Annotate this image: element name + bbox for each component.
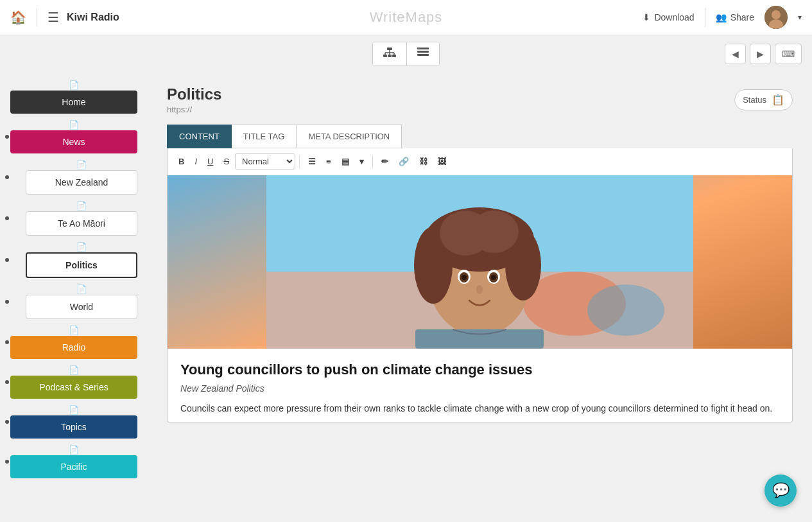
tab-title-tag[interactable]: TITLE TAG: [232, 125, 297, 148]
italic-button[interactable]: I: [190, 154, 202, 169]
align-dropdown-button[interactable]: ▾: [355, 154, 368, 169]
hierarchy-icon: [383, 48, 396, 58]
sidebar-item-world[interactable]: 📄 World: [10, 284, 137, 319]
list-icon: [417, 48, 429, 58]
svg-point-18: [587, 284, 664, 336]
dot-indicator-radio: [5, 340, 9, 344]
page-url: https://: [167, 105, 221, 114]
brand-name: Kiwi Radio: [67, 12, 119, 23]
page-title: Politics: [167, 85, 221, 103]
doc-icon-topics: 📄: [69, 405, 79, 415]
tab-content[interactable]: CONTENT: [167, 125, 232, 148]
svg-rect-4: [383, 55, 387, 57]
sidebar-item-topics[interactable]: 📄 Topics: [10, 405, 137, 439]
dot-indicator-pacific: [5, 460, 9, 464]
chevron-down-icon[interactable]: ▾: [798, 13, 802, 22]
hierarchy-view-button[interactable]: [373, 42, 406, 65]
sidebar-item-politics[interactable]: 📄 Politics: [10, 242, 137, 278]
sidebar-item-home[interactable]: 📄 Home: [10, 80, 137, 114]
history-controls: ◀ ▶ ⌨: [725, 44, 802, 64]
sidebar-label-podcast: Podcast & Series: [10, 376, 137, 399]
article-image-svg: [168, 175, 792, 349]
dot-indicator-world: [5, 300, 9, 304]
svg-rect-5: [388, 55, 392, 57]
dot-indicator-nz: [5, 175, 9, 179]
doc-icon-pol: 📄: [76, 242, 87, 252]
editor-toolbar: B I U S Normal Heading 1 Heading 2 ☰ ≡ ▤…: [168, 148, 792, 175]
sidebar-label-world: World: [26, 295, 137, 319]
image-button[interactable]: 🖼: [433, 154, 451, 169]
home-icon[interactable]: 🏠: [10, 10, 26, 25]
nav-divider-2: [705, 8, 705, 27]
ordered-list-button[interactable]: ≡: [322, 154, 336, 169]
share-button[interactable]: 👥 Share: [716, 12, 754, 22]
sidebar-label-home: Home: [10, 91, 137, 114]
nav-left: 🏠 ☰ Kiwi Radio: [10, 8, 119, 26]
chat-bubble-button[interactable]: 💬: [764, 474, 797, 507]
nav-divider: [37, 8, 37, 26]
sidebar-item-new-zealand[interactable]: 📄 New Zealand: [10, 160, 137, 195]
hamburger-icon[interactable]: ☰: [48, 10, 59, 25]
align-button[interactable]: ▤: [337, 154, 354, 169]
sidebar-item-news[interactable]: 📄 News: [10, 120, 137, 153]
undo-button[interactable]: ◀: [725, 44, 746, 64]
status-label: Status: [743, 95, 766, 105]
underline-button[interactable]: U: [203, 154, 218, 169]
svg-point-1: [772, 10, 781, 19]
unlink-button[interactable]: ⛓: [415, 154, 432, 169]
content-area: Politics https:// Status 📋 CONTENT TITLE…: [148, 73, 812, 522]
main-layout: 📄 Home 📄 News 📄 New Zealand 📄 Te Ao Māor…: [0, 73, 812, 522]
article-body: Councils can expect more pressure from t…: [180, 401, 779, 415]
doc-icon-podcast: 📄: [69, 365, 79, 375]
sidebar-label-nz: New Zealand: [26, 170, 137, 195]
keyboard-button[interactable]: ⌨: [775, 44, 802, 64]
strikethrough-button[interactable]: S: [219, 154, 234, 169]
doc-icon-nz: 📄: [76, 160, 87, 170]
svg-point-32: [476, 285, 483, 294]
dot-indicator: [5, 135, 9, 139]
nav-right: ⬇ Download 👥 Share ▾: [643, 6, 802, 29]
sidebar-item-podcast[interactable]: 📄 Podcast & Series: [10, 365, 137, 399]
sidebar-item-pacific[interactable]: 📄 Pacific: [10, 445, 137, 478]
svg-rect-33: [415, 329, 544, 349]
dot-indicator-pol: [5, 258, 9, 262]
svg-rect-13: [417, 51, 429, 53]
share-icon: 👥: [716, 12, 727, 22]
highlight-button[interactable]: ✏: [377, 154, 393, 169]
svg-rect-6: [392, 55, 396, 57]
article-headline: Young councillors to push on climate cha…: [180, 361, 779, 378]
dot-indicator-podcast: [5, 380, 9, 384]
svg-point-25: [470, 211, 519, 253]
editor-box: B I U S Normal Heading 1 Heading 2 ☰ ≡ ▤…: [167, 148, 793, 422]
sidebar-label-pacific: Pacific: [10, 455, 137, 478]
svg-point-28: [462, 275, 467, 280]
doc-icon-pacific: 📄: [69, 445, 79, 455]
bold-button[interactable]: B: [174, 154, 189, 169]
download-icon: ⬇: [643, 12, 650, 22]
content-tabs: CONTENT TITLE TAG META DESCRIPTION: [167, 125, 793, 148]
style-select[interactable]: Normal Heading 1 Heading 2: [235, 153, 295, 170]
sidebar-label-politics: Politics: [26, 252, 137, 278]
dot-indicator-topics: [5, 420, 9, 424]
redo-button[interactable]: ▶: [750, 44, 771, 64]
view-toggle-group: [372, 42, 440, 66]
unordered-list-button[interactable]: ☰: [304, 154, 320, 169]
status-button[interactable]: Status 📋: [734, 89, 793, 110]
download-button[interactable]: ⬇ Download: [643, 12, 694, 22]
svg-rect-3: [387, 48, 392, 50]
link-button[interactable]: 🔗: [394, 154, 413, 169]
svg-rect-12: [417, 48, 429, 49]
sidebar-label-radio: Radio: [10, 336, 137, 359]
list-view-button[interactable]: [406, 42, 439, 65]
chat-icon: 💬: [772, 482, 790, 499]
sidebar-item-te-ao-maori[interactable]: 📄 Te Ao Māori: [10, 201, 137, 236]
sidebar-item-radio[interactable]: 📄 Radio: [10, 326, 137, 359]
svg-point-31: [491, 275, 496, 280]
sidebar: 📄 Home 📄 News 📄 New Zealand 📄 Te Ao Māor…: [0, 73, 148, 522]
tab-meta-description[interactable]: META DESCRIPTION: [297, 125, 402, 148]
article-image: [168, 175, 792, 349]
article-content: Young councillors to push on climate cha…: [168, 349, 792, 422]
avatar[interactable]: [764, 6, 788, 29]
sidebar-label-tam: Te Ao Māori: [26, 211, 137, 236]
page-header: Politics https:// Status 📋: [167, 85, 793, 114]
